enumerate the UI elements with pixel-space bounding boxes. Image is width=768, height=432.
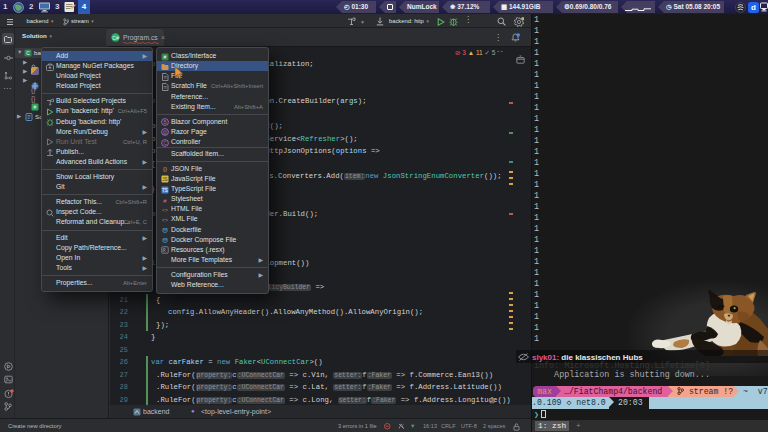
svg-text:#: # [164, 54, 167, 60]
svg-text:C: C [26, 50, 30, 56]
svg-text:B: B [163, 120, 166, 125]
svg-text:#: # [163, 197, 167, 203]
svg-text:#: # [34, 104, 37, 110]
svg-text:TS: TS [162, 188, 168, 193]
svg-text:C: C [163, 141, 167, 146]
svg-text:@: @ [163, 130, 168, 135]
svg-text:JS: JS [162, 178, 167, 183]
svg-text:C#: C# [112, 35, 119, 41]
